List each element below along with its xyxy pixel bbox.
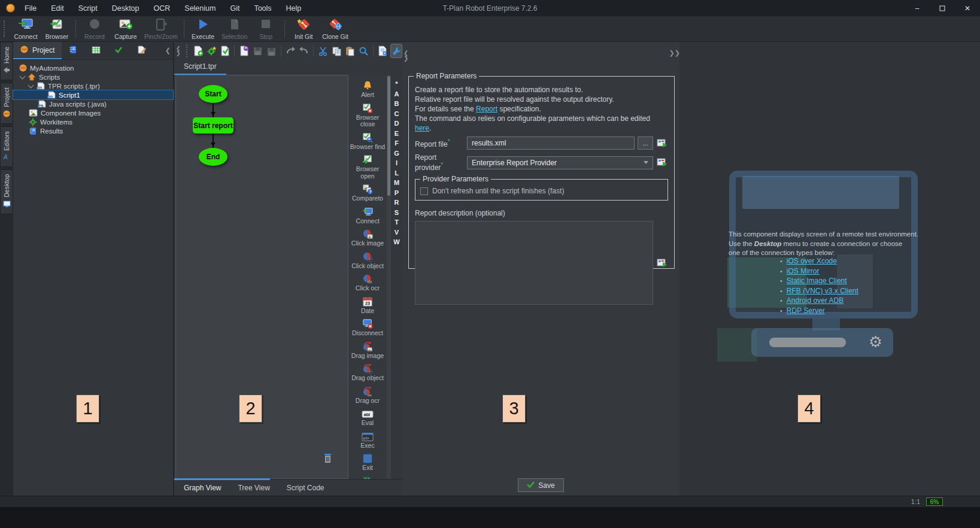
graph-node-start-report[interactable]: Start report [193,117,233,133]
minimize-button[interactable]: – [905,0,930,16]
palette-item-click-object[interactable]: Click object [349,251,386,270]
palette-index-letter[interactable]: * [395,80,398,88]
palette-item-exit[interactable]: Exit [349,453,386,472]
palette-item-drag-image[interactable]: Drag image [349,341,386,360]
menu-item[interactable]: Script [78,4,98,13]
tab-graph-view[interactable]: Graph View [184,484,221,492]
palette-index-letter[interactable]: L [395,169,399,177]
palette-item-browser-find[interactable]: Browser find [349,132,386,151]
palette-item-drag-object[interactable]: Drag object [349,363,386,382]
palette-index-letter[interactable]: G [394,149,399,157]
palette-index-letter[interactable]: S [395,208,399,217]
copy-button[interactable] [331,44,342,58]
connection-link[interactable]: iOS Mirror [787,267,820,275]
palette-index-letter[interactable]: T [395,218,399,226]
palette-index-letter[interactable]: A [395,90,399,98]
menu-item[interactable]: OCR [154,4,171,13]
browser-button[interactable]: Se Browser [41,17,72,41]
menu-item[interactable]: Tools [254,4,271,13]
palette-item-eval[interactable]: abl Eval [349,408,386,427]
palette-item-drag-ocr[interactable]: da Drag ocr [349,386,386,405]
tree-item-workitems[interactable]: Workitems [13,117,173,126]
tab-script1-tpr[interactable]: Script1.tpr [174,60,226,75]
execute-button[interactable]: Execute [187,17,219,41]
find-button[interactable] [357,44,369,58]
splitter-expand-icon[interactable]: ❯❯ [669,49,680,57]
clone-git-button[interactable]: Clone Git [319,17,351,41]
edit-params-link[interactable]: here [415,124,429,132]
palette-index-letter[interactable]: P [395,189,399,197]
toolbar-grip[interactable] [4,20,7,37]
palette-item-date[interactable]: 23 Date [349,296,386,315]
side-tab-home[interactable]: Home [0,42,13,80]
palette-item-browser-open[interactable]: Browser open [349,154,386,180]
splitter-collapse-icons[interactable]: ❮❯ [403,50,408,61]
menu-item[interactable]: Edit [51,4,64,13]
graph-node-start[interactable]: Start [199,85,227,103]
dont-refresh-checkbox[interactable] [420,187,428,195]
paste-button[interactable] [344,44,356,58]
tree-item-java-scripts[interactable]: JAV Java scripts (.java) [13,99,173,108]
palette-index-letter[interactable]: W [393,238,399,246]
validate-script-button[interactable] [219,44,230,58]
splitter-collapse-icons[interactable]: ❮❯ [176,46,181,56]
close-button[interactable]: ✕ [955,0,980,16]
menu-item[interactable]: Selenium [184,4,216,13]
screenshot-icon-button[interactable] [656,157,668,168]
tab-table[interactable] [84,42,107,59]
tab-edit[interactable] [130,42,153,59]
palette-index-letter[interactable]: C [395,110,399,118]
settings-wrench-button[interactable] [390,44,402,58]
palette-item-browser-close[interactable]: Browser close [349,102,386,128]
collapse-panel-icon[interactable]: ❮ [165,47,171,54]
connect-button[interactable]: Connect [10,17,41,41]
palette-index-letter[interactable]: I [396,159,398,167]
maximize-button[interactable] [930,0,955,16]
tree-item-results[interactable]: Results [13,126,173,135]
palette-scrollbar[interactable] [387,75,391,479]
palette-index-letter[interactable]: D [395,119,399,128]
browse-button[interactable]: ... [638,136,653,150]
cut-button[interactable] [317,44,329,58]
editor-toolbar-grip[interactable] [186,44,189,57]
palette-item-connect[interactable]: Connect [349,206,386,225]
graph-node-end[interactable]: End [199,148,227,166]
report-spec-link[interactable]: Report [476,105,497,113]
tab-project[interactable]: Project [13,42,62,59]
open-script-button[interactable] [238,44,250,58]
connection-link[interactable]: Android over ADB [787,296,844,305]
palette-index-letter[interactable]: F [395,139,399,147]
expander-icon[interactable] [28,82,34,88]
palette-index-letter[interactable]: B [395,99,399,108]
side-tab-desktop[interactable]: Desktop [0,169,13,214]
palette-item-alert[interactable]: Alert [349,80,386,99]
menu-item[interactable]: Desktop [112,4,139,13]
connection-link[interactable]: Static Image Client [787,277,847,285]
tree-item-component-images[interactable]: Component Images [13,108,173,117]
save-button[interactable]: Save [518,478,563,492]
side-tab-project[interactable]: Project [0,83,13,124]
report-description-textarea[interactable] [415,221,653,305]
tab-script-code[interactable]: Script Code [287,484,324,492]
screenshot-icon-button[interactable] [656,257,668,268]
palette-index-letter[interactable]: M [394,178,399,187]
palette-index-letter[interactable]: V [395,228,399,236]
palette-item-compareto[interactable]: ? Compareto [349,183,386,202]
palette-item-disconnect[interactable]: Disconnect [349,318,386,337]
connection-link[interactable]: RDP Server [787,307,825,315]
menu-item[interactable]: Git [230,4,239,13]
side-tab-editors[interactable]: Editors A [0,126,13,168]
new-script-button[interactable] [192,44,204,58]
capture-button[interactable]: Capture [110,17,141,41]
new-wizard-button[interactable] [206,44,217,58]
tree-item-myautomation[interactable]: MyAutomation [13,63,173,72]
menu-item[interactable]: File [25,4,37,13]
report-provider-select[interactable]: Enterprise Report Provider [467,156,653,169]
palette-index-letter[interactable]: E [395,129,399,138]
screenshot-icon-button[interactable] [656,138,668,148]
script-properties-button[interactable] [377,44,389,58]
tab-schedule[interactable] [62,42,84,59]
tree-item-scripts[interactable]: Scripts [13,72,173,81]
init-git-button[interactable]: Init Git [288,17,319,41]
palette-item-exec[interactable]: c:\> Exec [349,430,386,450]
